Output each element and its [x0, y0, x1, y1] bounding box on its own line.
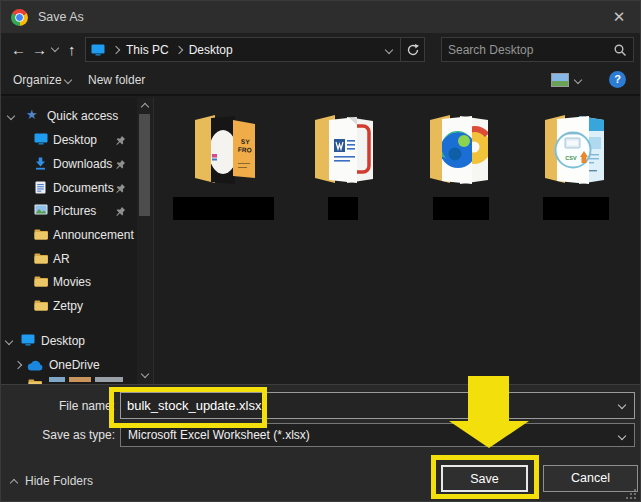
breadcrumb-this-pc[interactable]: This PC	[126, 43, 169, 57]
save-panel: File name: Save as type: Microsoft Excel…	[1, 384, 640, 502]
sidebar-item-label: Zetpy	[53, 299, 83, 313]
folder-thumbnail-icon	[417, 111, 501, 189]
view-thumbnails-icon[interactable]	[551, 73, 569, 87]
onedrive-icon	[27, 360, 44, 371]
scroll-up-icon[interactable]	[141, 103, 149, 111]
hide-folders-label: Hide Folders	[25, 474, 93, 488]
documents-icon	[35, 181, 46, 194]
sidebar-scrollbar[interactable]	[137, 98, 153, 384]
forward-icon[interactable]: →	[32, 42, 47, 57]
search-icon[interactable]	[613, 43, 627, 57]
refresh-icon[interactable]	[406, 43, 420, 57]
title-bar: Save As ✕	[1, 1, 640, 33]
redaction-bar	[328, 197, 358, 220]
folder-tile[interactable]: CSV	[519, 111, 629, 223]
command-toolbar: Organize New folder ?	[1, 65, 640, 96]
chevron-down-icon[interactable]	[5, 337, 13, 345]
folder-thumbnail-icon: SY FRO	[182, 111, 266, 189]
sidebar-item-label: Pictures	[53, 204, 96, 218]
save-as-type-label: Save as type:	[9, 428, 115, 442]
sidebar-item-desktop[interactable]: Desktop	[1, 130, 137, 152]
chevron-right-icon	[174, 45, 182, 53]
organize-chevron-icon[interactable]	[64, 76, 72, 84]
chrome-icon	[11, 9, 28, 26]
folder-icon	[34, 275, 48, 287]
sidebar-item-label: AR	[53, 252, 70, 266]
chevron-down-icon[interactable]	[7, 112, 15, 120]
sidebar-item-label: Quick access	[47, 109, 118, 123]
clipped-text-fragment	[49, 377, 65, 382]
clipped-text-fragment	[95, 377, 123, 382]
address-chevron-icon[interactable]	[385, 45, 393, 53]
save-as-type-select[interactable]: Microsoft Excel Worksheet (*.xlsx)	[120, 423, 635, 447]
sidebar-item-label: Desktop	[53, 133, 97, 147]
sidebar-item-downloads[interactable]: Downloads	[1, 154, 137, 176]
folder-icon	[34, 252, 48, 264]
pictures-icon	[34, 204, 48, 215]
folder-tile[interactable]	[289, 111, 399, 223]
file-name-label: File name:	[9, 399, 115, 413]
thumbnail-text: FRO	[238, 146, 252, 154]
folder-icon	[34, 228, 48, 240]
file-name-input[interactable]	[121, 393, 634, 418]
sidebar-item-onedrive[interactable]: OneDrive	[1, 355, 137, 377]
thumbnail-text: SY	[241, 138, 251, 145]
clipped-text-fragment	[69, 377, 91, 382]
chevron-up-icon	[10, 479, 18, 487]
chevron-down-icon[interactable]	[618, 432, 626, 440]
sidebar-item-label: Documents	[53, 181, 114, 195]
save-as-type-value: Microsoft Excel Worksheet (*.xlsx)	[128, 428, 310, 442]
help-icon[interactable]: ?	[609, 71, 626, 88]
window-title: Save As	[38, 10, 84, 24]
sidebar-item-label: OneDrive	[49, 358, 100, 372]
sidebar-item-desktop-root[interactable]: Desktop	[1, 331, 137, 353]
search-box[interactable]	[441, 37, 634, 62]
sidebar-item-movies[interactable]: Movies	[1, 272, 137, 294]
pin-icon	[115, 183, 126, 194]
scrollbar-thumb[interactable]	[139, 114, 150, 216]
cancel-button[interactable]: Cancel	[543, 465, 638, 492]
address-bar[interactable]: This PC Desktop	[85, 37, 425, 62]
sidebar-item-zetpy[interactable]: Zetpy	[1, 296, 137, 318]
up-icon[interactable]: ↑	[68, 42, 76, 57]
sidebar-item-documents[interactable]: Documents	[1, 178, 137, 200]
sidebar-item-quick-access[interactable]: ★ Quick access	[1, 106, 137, 128]
downloads-icon	[34, 157, 47, 170]
file-list: SY FRO	[153, 98, 640, 384]
chevron-right-icon	[112, 45, 120, 53]
sidebar-item-announcement[interactable]: Announcement	[1, 225, 137, 247]
this-pc-icon	[91, 44, 105, 56]
navigation-pane: ★ Quick access Desktop Downloads Documen…	[1, 98, 137, 384]
back-icon[interactable]: ←	[11, 42, 26, 57]
views-chevron-icon[interactable]	[574, 76, 582, 84]
navigation-bar: ← → ↑ This PC Desktop	[1, 33, 640, 65]
quick-access-star-icon: ★	[26, 107, 38, 122]
new-folder-button[interactable]: New folder	[88, 73, 145, 87]
resize-grip[interactable]	[625, 488, 637, 500]
sidebar-item-label: Desktop	[41, 334, 85, 348]
folder-tile[interactable]	[404, 111, 514, 223]
sidebar-item-label: Downloads	[53, 157, 112, 171]
redaction-bar	[173, 197, 274, 220]
pin-icon	[115, 159, 126, 170]
close-icon[interactable]: ✕	[604, 5, 634, 29]
sidebar-item-label: Movies	[53, 275, 91, 289]
search-input[interactable]	[442, 43, 613, 57]
breadcrumb-desktop[interactable]: Desktop	[189, 43, 233, 57]
organize-button[interactable]: Organize	[13, 73, 62, 87]
pin-icon	[115, 206, 126, 217]
sidebar-item-clipped[interactable]	[1, 375, 137, 384]
save-button[interactable]: Save	[441, 465, 528, 492]
folder-tile[interactable]: SY FRO	[169, 111, 279, 223]
chevron-right-icon[interactable]	[14, 361, 22, 369]
scroll-down-icon[interactable]	[141, 370, 149, 378]
history-chevron-icon[interactable]	[51, 44, 59, 52]
sidebar-item-pictures[interactable]: Pictures	[1, 201, 137, 223]
sidebar-item-label: Announcement	[53, 228, 134, 242]
sidebar-item-ar[interactable]: AR	[1, 249, 137, 271]
hide-folders-button[interactable]: Hide Folders	[11, 474, 93, 488]
pin-icon	[115, 135, 126, 146]
thumbnail-text: CSV	[565, 155, 577, 161]
divider	[400, 38, 401, 61]
file-name-combobox[interactable]	[120, 392, 635, 419]
